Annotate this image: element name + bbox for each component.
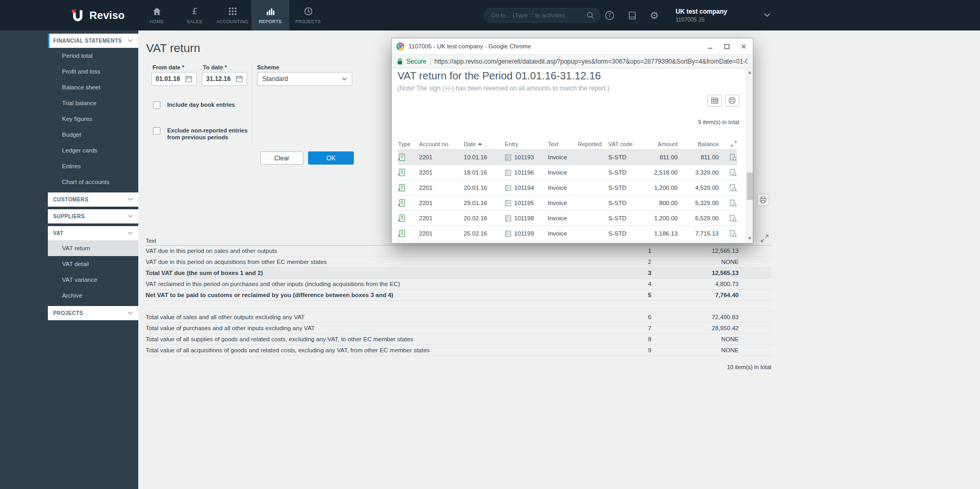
sidebar-item-key-figures[interactable]: Key figures xyxy=(48,111,138,127)
sidebar-item-trial-balance[interactable]: Trial balance xyxy=(48,95,138,111)
report-row[interactable]: Total VAT due (the sum of boxes 1 and 2)… xyxy=(146,268,771,279)
popup-titlebar[interactable]: 1107005 - UK test company - Google Chrom… xyxy=(392,38,753,54)
nav-item-sales[interactable]: £ SALES xyxy=(176,0,213,30)
report-row[interactable]: VAT due in this period on sales and othe… xyxy=(146,246,771,257)
col-reported[interactable]: Reported xyxy=(578,141,608,147)
include-daybook-checkbox-row[interactable]: Include day book entries xyxy=(153,101,235,109)
sidebar-item-archive[interactable]: Archive xyxy=(48,288,138,303)
include-daybook-checkbox[interactable] xyxy=(153,101,160,109)
col-date[interactable]: Date ... xyxy=(464,141,505,147)
maximize-button[interactable] xyxy=(718,38,735,54)
entry-number[interactable]: 101193 xyxy=(514,154,534,160)
minimize-button[interactable] xyxy=(701,38,718,54)
goto-search[interactable] xyxy=(484,8,600,23)
col-date-more[interactable]: ... xyxy=(484,141,489,147)
entry-row[interactable]: 2201 18.01.16 101196 Invoice S-STD 2,518… xyxy=(398,165,737,180)
sidebar-item-ledger-cards[interactable]: Ledger cards xyxy=(48,142,138,158)
sidebar-item-balance-sheet[interactable]: Balance sheet xyxy=(48,79,138,95)
settings-gear-icon[interactable]: ⚙ xyxy=(650,11,659,21)
col-balance[interactable]: Balance xyxy=(678,141,719,147)
calendar-icon[interactable] xyxy=(236,75,243,83)
nav-item-accounting[interactable]: ACCOUNTING xyxy=(213,0,251,30)
report-row[interactable]: Net VAT to be paid to customs or reclaim… xyxy=(146,290,771,301)
entry-number[interactable]: 101198 xyxy=(514,215,534,221)
journal-entry-icon[interactable] xyxy=(505,185,512,191)
sidebar-item-vat-return[interactable]: VAT return xyxy=(48,240,138,256)
manual-book-icon[interactable] xyxy=(627,11,637,21)
sidebar-section-financial-statements[interactable]: FINANCIAL STATEMENTS xyxy=(48,34,138,48)
to-date-field[interactable] xyxy=(202,72,247,86)
sidebar-item-profit-and-loss[interactable]: Profit and loss xyxy=(48,64,138,79)
inspect-entry-icon[interactable] xyxy=(729,199,737,207)
col-vat-code[interactable]: VAT code xyxy=(608,141,641,147)
inspect-entry-icon[interactable] xyxy=(729,184,737,192)
journal-entry-icon[interactable] xyxy=(505,215,512,222)
scheme-select[interactable]: Standard xyxy=(257,72,352,86)
popup-print-button[interactable] xyxy=(725,95,739,107)
help-icon[interactable]: ? xyxy=(605,11,615,21)
close-button[interactable] xyxy=(735,38,752,54)
from-date-field[interactable] xyxy=(151,72,197,86)
journal-entry-icon[interactable] xyxy=(505,169,512,176)
entry-row[interactable]: 2201 20.01.16 101194 Invoice S-STD 1,200… xyxy=(398,180,737,196)
report-row[interactable]: Total value of purchases and all other i… xyxy=(146,323,771,334)
entry-row[interactable]: 2201 29.01.16 101195 Invoice S-STD 800.0… xyxy=(398,196,737,211)
inspect-entry-icon[interactable] xyxy=(729,169,737,177)
inspect-entry-icon[interactable] xyxy=(729,230,737,238)
report-row[interactable]: Total value of sales and all other outpu… xyxy=(146,312,771,323)
scrollbar-thumb[interactable] xyxy=(747,172,753,200)
col-text[interactable]: Text xyxy=(548,141,578,147)
grid-view-button[interactable] xyxy=(708,95,722,107)
entry-number[interactable]: 101196 xyxy=(514,169,534,176)
journal-entry-icon[interactable] xyxy=(505,154,512,161)
sidebar-section-projects[interactable]: PROJECTS xyxy=(48,306,138,320)
sidebar-item-period-total[interactable]: Period total xyxy=(48,48,138,64)
report-row[interactable]: VAT reclaimed in this period on purchase… xyxy=(146,279,771,290)
exclude-nonreported-checkbox[interactable] xyxy=(153,127,160,135)
nav-item-home[interactable]: HOME xyxy=(138,0,176,30)
exclude-nonreported-checkbox-row[interactable]: Exclude non-reported entries from previo… xyxy=(153,127,250,141)
inspect-entry-icon[interactable] xyxy=(729,215,737,222)
ok-button[interactable]: OK xyxy=(308,151,354,165)
sidebar-item-chart-of-accounts[interactable]: Chart of accounts xyxy=(48,174,138,190)
entry-row[interactable]: 2201 10.01.16 101193 Invoice S-STD 811.0… xyxy=(398,150,737,165)
to-date-input[interactable] xyxy=(206,75,234,83)
sidebar-item-budget[interactable]: Budget xyxy=(48,127,138,142)
col-type[interactable]: Type xyxy=(398,141,419,147)
sidebar-item-vat-variance[interactable]: VAT variance xyxy=(48,272,138,288)
popup-scrollbar[interactable] xyxy=(746,68,753,242)
entry-number[interactable]: 101199 xyxy=(514,230,534,237)
popup-expand-icon[interactable] xyxy=(719,140,737,147)
print-button[interactable] xyxy=(757,194,769,206)
sidebar-section-suppliers[interactable]: SUPPLIERS xyxy=(48,209,138,223)
goto-search-input[interactable] xyxy=(491,12,586,18)
col-entry[interactable]: Entry xyxy=(505,141,548,147)
from-date-input[interactable] xyxy=(156,75,184,83)
company-menu[interactable]: UK test company 1107005 JS xyxy=(676,0,770,30)
inspect-entry-icon[interactable] xyxy=(729,154,737,161)
journal-entry-icon[interactable] xyxy=(505,200,512,207)
nav-item-projects[interactable]: PROJECTS xyxy=(289,0,327,30)
report-row[interactable]: Total value of all acquisitions of goods… xyxy=(146,345,771,356)
calendar-icon[interactable] xyxy=(185,75,192,83)
sidebar-section-customers[interactable]: CUSTOMERS xyxy=(48,192,138,207)
entry-number[interactable]: 101194 xyxy=(514,185,534,191)
sidebar-item-vat-detail[interactable]: VAT detail xyxy=(48,256,138,272)
report-row[interactable]: VAT due in this period on acquisitions f… xyxy=(146,257,771,268)
url-text[interactable]: https://app.reviso.com/generelt/dataedit… xyxy=(434,58,748,65)
nav-item-reports[interactable]: REPORTS xyxy=(251,0,289,30)
clear-button[interactable]: Clear xyxy=(260,151,303,165)
col-account[interactable]: Account no. xyxy=(419,141,464,147)
scroll-up-icon[interactable] xyxy=(747,69,753,76)
entry-row[interactable]: 2201 20.02.16 101198 Invoice S-STD 1,200… xyxy=(398,211,737,226)
scroll-down-icon[interactable] xyxy=(747,235,753,242)
col-amount[interactable]: Amount xyxy=(641,141,678,147)
sidebar-section-vat[interactable]: VAT xyxy=(48,226,138,240)
sidebar-item-entries[interactable]: Entries xyxy=(48,158,138,174)
brand[interactable]: Reviso xyxy=(70,0,125,30)
search-icon[interactable] xyxy=(586,11,595,19)
entry-row[interactable]: 2201 25.02.16 101199 Invoice S-STD 1,186… xyxy=(398,226,737,241)
entry-number[interactable]: 101195 xyxy=(514,200,534,206)
journal-entry-icon[interactable] xyxy=(505,230,512,237)
report-row[interactable]: Total value of all supplies of goods and… xyxy=(146,334,771,345)
